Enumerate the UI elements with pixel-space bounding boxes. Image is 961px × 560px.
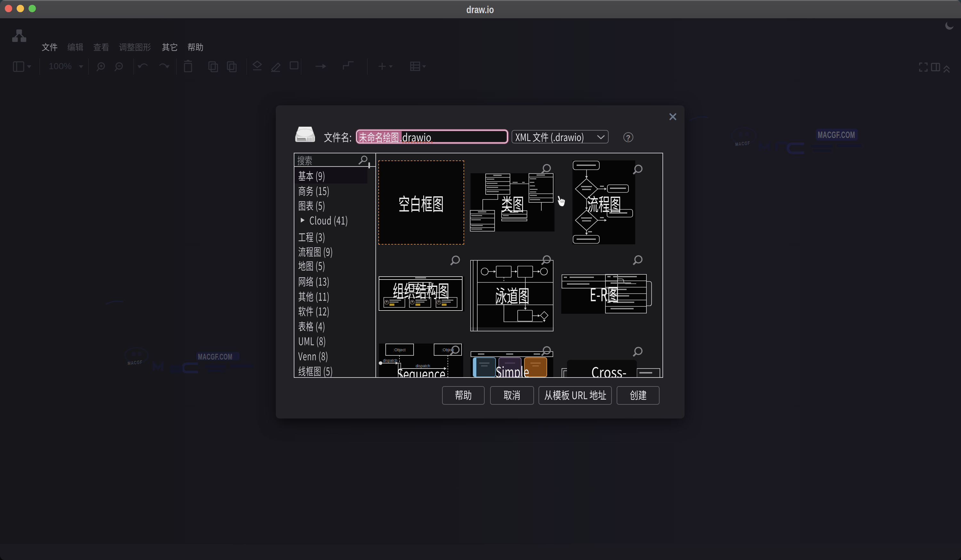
svg-text:dispatch: dispatch — [383, 358, 397, 363]
svg-text::Object: :Object — [394, 348, 406, 352]
